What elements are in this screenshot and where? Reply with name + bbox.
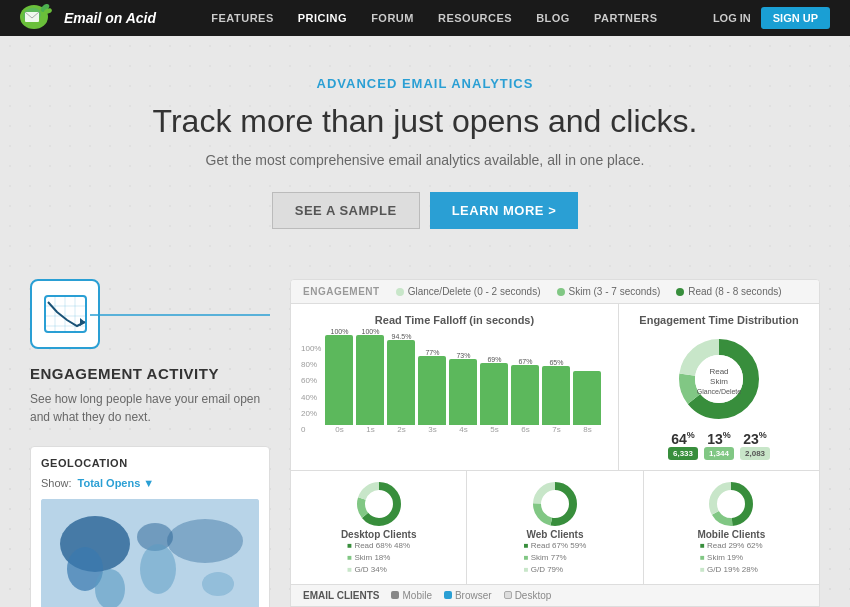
nav-links: FEATURES PRICING FORUM RESOURCES BLOG PA…: [211, 12, 657, 24]
svg-point-45: [721, 494, 741, 514]
nav-blog[interactable]: BLOG: [536, 12, 570, 24]
donut-svg: Read Skim Glance/Delete: [674, 334, 764, 424]
mobile-stats: ■ Read 29% 62% ■ Skim 19% ■ G/D 19% 28%: [700, 540, 763, 576]
svg-rect-5: [45, 296, 86, 332]
y-0: 0: [301, 425, 321, 434]
logo[interactable]: Email on Acid: [20, 3, 156, 33]
nav-resources[interactable]: RESOURCES: [438, 12, 512, 24]
geo-dropdown[interactable]: Total Opens ▼: [78, 477, 155, 489]
analytics-chart-icon: [43, 294, 88, 334]
ec-tab-browser[interactable]: Browser: [444, 590, 492, 601]
mobile-label: Mobile Clients: [697, 529, 765, 540]
bar-8s: 8s: [573, 371, 601, 434]
hero-section: ADVANCED EMAIL ANALYTICS Track more than…: [0, 36, 850, 279]
ec-tab-desktop[interactable]: Desktop: [504, 590, 552, 601]
engagement-title: ENGAGEMENT ACTIVITY: [30, 365, 270, 382]
skim-dot: [557, 288, 565, 296]
nav-features[interactable]: FEATURES: [211, 12, 273, 24]
bar-4s-label: 73%: [456, 352, 470, 359]
mobile-read: ■ Read 29% 62%: [700, 540, 763, 552]
hero-buttons: SEE A SAMPLE LEARN MORE >: [20, 192, 830, 229]
charts-row: Read Time Falloff (in seconds) 100% 80% …: [291, 304, 819, 471]
svg-marker-12: [80, 318, 85, 326]
learn-more-button[interactable]: LEARN MORE >: [430, 192, 579, 229]
y-80: 80%: [301, 360, 321, 369]
desktop-tab-dot: [504, 591, 512, 599]
y-60: 60%: [301, 376, 321, 385]
bar-7s-label: 65%: [549, 359, 563, 366]
browser-tab-dot: [444, 591, 452, 599]
bars-container: 100% 0s 100% 1s 94.5% 2s: [325, 344, 608, 434]
skim-count: 1,344: [704, 447, 734, 460]
mobile-gd: ■ G/D 19% 28%: [700, 564, 763, 576]
bar-6s-bottom: 6s: [521, 425, 529, 434]
desktop-label: Desktop Clients: [341, 529, 417, 540]
web-gd: ■ G/D 79%: [524, 564, 587, 576]
bar-6s: 67% 6s: [511, 358, 539, 434]
glance-dot: [396, 288, 404, 296]
legend-glance: Glance/Delete (0 - 2 seconds): [396, 286, 541, 297]
bar-2s-label: 94.5%: [392, 333, 412, 340]
email-clients-bar: EMAIL CLIENTS Mobile Browser Desktop: [291, 585, 819, 607]
bar-3s-bar: [418, 356, 446, 425]
skim-percentage: 13%: [704, 430, 734, 447]
read-percentage: 64%: [668, 430, 698, 447]
bar-4s-bar: [449, 359, 477, 425]
stat-read: 64% 6,333: [668, 430, 698, 460]
read-label: Read (8 - 8 seconds): [688, 286, 781, 297]
signup-button[interactable]: SIGN UP: [761, 7, 830, 29]
bar-3s: 77% 3s: [418, 349, 446, 434]
ec-tab-mobile[interactable]: Mobile: [391, 590, 431, 601]
bar-8s-bottom: 8s: [583, 425, 591, 434]
bar-7s: 65% 7s: [542, 359, 570, 434]
bar-0s-label: 100%: [331, 328, 349, 335]
nav-forum[interactable]: FORUM: [371, 12, 414, 24]
mobile-mini-donut: [706, 479, 756, 529]
desktop-read: ■ Read 68% 48%: [347, 540, 410, 552]
nav-right: LOG IN SIGN UP: [713, 7, 830, 29]
desktop-mini-donut: [354, 479, 404, 529]
logo-icon: [20, 3, 58, 33]
web-mini-donut: [530, 479, 580, 529]
nav-partners[interactable]: PARTNERS: [594, 12, 658, 24]
navigation: Email on Acid FEATURES PRICING FORUM RES…: [0, 0, 850, 36]
distribution-title: Engagement Time Distribution: [629, 314, 809, 326]
svg-point-21: [202, 572, 234, 596]
glance-label: Glance/Delete (0 - 2 seconds): [408, 286, 541, 297]
bar-3s-bottom: 3s: [428, 425, 436, 434]
hero-description: Get the most comprehensive email analyti…: [20, 152, 830, 168]
web-read: ■ Read 67% 59%: [524, 540, 587, 552]
device-row: Desktop Clients ■ Read 68% 48% ■ Skim 18…: [291, 471, 819, 585]
desktop-skim: ■ Skim 18%: [347, 552, 410, 564]
bar-1s-bar: [356, 335, 384, 425]
stat-skim: 13% 1,344: [704, 430, 734, 460]
read-dot: [676, 288, 684, 296]
svg-point-41: [545, 494, 565, 514]
y-axis: 100% 80% 60% 40% 20% 0: [301, 344, 321, 434]
bar-0s-bottom: 0s: [335, 425, 343, 434]
bar-5s: 69% 5s: [480, 356, 508, 434]
legend-skim: Skim (3 - 7 seconds): [557, 286, 661, 297]
svg-text:Glance/Delete: Glance/Delete: [697, 388, 741, 395]
donut-stats-row: 64% 6,333 13% 1,344 23% 2,083: [668, 430, 770, 460]
desktop-gd: ■ G/D 34%: [347, 564, 410, 576]
bar-0s: 100% 0s: [325, 328, 353, 434]
bar-4s: 73% 4s: [449, 352, 477, 434]
donut-chart-container: Read Skim Glance/Delete 64% 6,333 13% 1,…: [629, 334, 809, 460]
skim-label: Skim (3 - 7 seconds): [569, 286, 661, 297]
logo-text: Email on Acid: [64, 10, 156, 26]
y-20: 20%: [301, 409, 321, 418]
login-button[interactable]: LOG IN: [713, 12, 751, 24]
mobile-tab-label: Mobile: [402, 590, 431, 601]
bar-5s-label: 69%: [487, 356, 501, 363]
see-sample-button[interactable]: SEE A SAMPLE: [272, 192, 420, 229]
geo-show-label: Show:: [41, 477, 72, 489]
svg-text:Skim: Skim: [710, 377, 728, 386]
nav-pricing[interactable]: PRICING: [298, 12, 347, 24]
desktop-tab-label: Desktop: [515, 590, 552, 601]
hero-subtitle: ADVANCED EMAIL ANALYTICS: [20, 76, 830, 91]
bar-chart-container: 100% 80% 60% 40% 20% 0 100% 0s: [301, 334, 608, 434]
bar-6s-label: 67%: [518, 358, 532, 365]
legend-read: Read (8 - 8 seconds): [676, 286, 781, 297]
browser-tab-label: Browser: [455, 590, 492, 601]
